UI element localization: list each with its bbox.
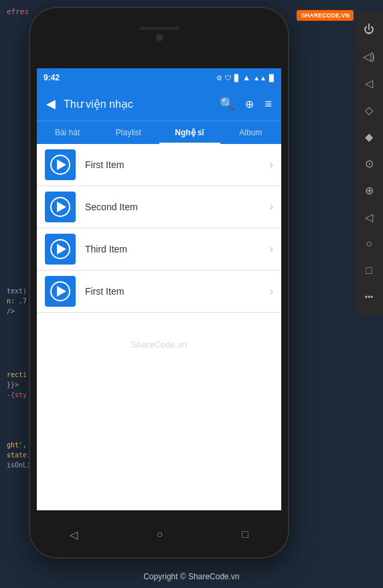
play-icon-3 xyxy=(57,244,66,254)
phone-camera xyxy=(155,33,163,42)
settings-status-icon: ⚙ xyxy=(216,74,222,82)
battery-status-icon: ▊ xyxy=(234,74,240,82)
watermark: ShareCode.vn xyxy=(37,326,281,363)
shield-status-icon: 🛡 xyxy=(225,74,232,82)
back-nav-icon[interactable]: ◁ xyxy=(357,205,381,229)
play-button-1 xyxy=(50,155,70,175)
play-icon-2 xyxy=(57,202,66,212)
menu-button[interactable]: ≡ xyxy=(262,94,275,114)
volume-low-icon[interactable]: ◁) xyxy=(357,44,381,68)
back-button[interactable]: ◀ xyxy=(44,94,58,114)
tab-playlist[interactable]: Playlist xyxy=(98,121,159,144)
list-item[interactable]: Third Item › xyxy=(37,228,281,271)
right-toolbar: ⏻ ◁) ◁ ◇ ◆ ⊙ ⊕ ◁ ○ □ ••• xyxy=(355,12,383,315)
phone-navbar: ◁ ○ □ xyxy=(30,512,288,557)
power-icon[interactable]: ⏻ xyxy=(357,17,381,42)
phone-speaker xyxy=(139,27,179,30)
nav-back-button[interactable]: ◁ xyxy=(70,528,78,541)
item-thumbnail-2 xyxy=(45,192,76,222)
app-title: Thư viện nhạc xyxy=(64,98,212,111)
play-button-3 xyxy=(50,239,70,259)
tabs-bar: Bài hát Playlist Nghệ sĩ Album xyxy=(37,121,281,144)
play-icon-4 xyxy=(57,286,66,297)
list-item[interactable]: Second Item › xyxy=(37,186,281,228)
app-bar: ◀ Thư viện nhạc 🔍 ⊕ ≡ xyxy=(37,87,281,121)
play-icon-1 xyxy=(57,159,66,170)
circle-icon[interactable]: ○ xyxy=(357,232,381,256)
zoom-button[interactable]: ⊕ xyxy=(242,95,256,113)
list-item[interactable]: First Item › xyxy=(37,271,281,313)
wifi-icon: ▲ xyxy=(242,73,250,82)
nav-home-button[interactable]: ○ xyxy=(157,528,163,540)
chevron-icon-3: › xyxy=(270,243,273,255)
battery-icon: ▉ xyxy=(269,74,275,82)
copyright-footer: Copyright © ShareCode.vn xyxy=(0,572,383,581)
list-item[interactable]: First Item › xyxy=(37,144,281,186)
phone-frame: 9:42 ⚙ 🛡 ▊ ▲ ▲▲ ▉ ◀ Thư viện nhạc 🔍 ⊕ ≡ … xyxy=(30,8,288,557)
chevron-icon-2: › xyxy=(270,201,273,213)
tab-nghesi[interactable]: Nghệ sĩ xyxy=(159,121,220,144)
search-button[interactable]: 🔍 xyxy=(217,94,237,114)
status-bar: 9:42 ⚙ 🛡 ▊ ▲ ▲▲ ▉ xyxy=(37,68,281,87)
item-title-2: Second Item xyxy=(85,202,270,212)
status-icons: ⚙ 🛡 ▊ ▲ ▲▲ ▉ xyxy=(216,73,275,82)
more-options-icon[interactable]: ••• xyxy=(357,285,381,309)
status-time: 9:42 xyxy=(44,73,60,82)
item-title-1: First Item xyxy=(85,159,270,170)
play-button-4 xyxy=(50,281,70,301)
play-button-2 xyxy=(50,197,70,217)
tab-album[interactable]: Album xyxy=(220,121,281,144)
nav-recents-button[interactable]: □ xyxy=(242,528,248,540)
item-thumbnail-4 xyxy=(45,276,76,307)
item-thumbnail-1 xyxy=(45,149,76,180)
chevron-icon-1: › xyxy=(270,159,273,171)
signal-icon: ▲▲ xyxy=(253,74,266,82)
sharecode-logo: SHARECODE.VN xyxy=(297,10,354,21)
tab-baihat[interactable]: Bài hát xyxy=(37,121,98,144)
chevron-icon-4: › xyxy=(270,285,273,297)
rotate-icon[interactable]: ◇ xyxy=(357,98,381,122)
item-title-4: First Item xyxy=(85,286,270,297)
volume-mute-icon[interactable]: ◁ xyxy=(357,71,381,95)
zoom-in-icon[interactable]: ⊕ xyxy=(357,178,381,202)
square-icon[interactable]: □ xyxy=(357,259,381,283)
camera-icon[interactable]: ⊙ xyxy=(357,151,381,175)
item-title-3: Third Item xyxy=(85,244,270,254)
erase-icon[interactable]: ◆ xyxy=(357,125,381,149)
music-list: First Item › Second Item › Third xyxy=(37,144,281,313)
phone-screen: 9:42 ⚙ 🛡 ▊ ▲ ▲▲ ▉ ◀ Thư viện nhạc 🔍 ⊕ ≡ … xyxy=(37,68,281,510)
item-thumbnail-3 xyxy=(45,234,76,265)
